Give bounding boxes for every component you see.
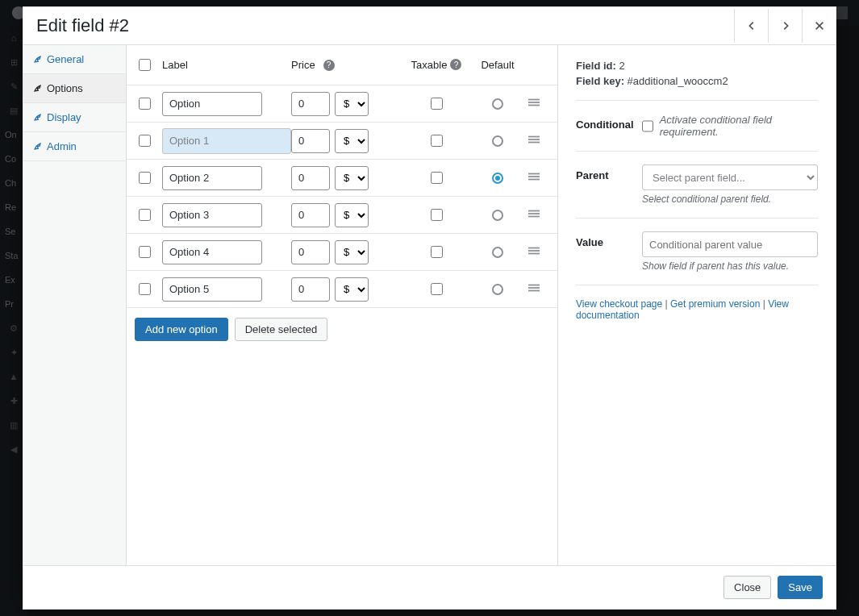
svg-rect-4 [528, 102, 540, 103]
default-radio[interactable] [492, 210, 503, 221]
option-label-input[interactable] [162, 240, 262, 264]
save-button[interactable]: Save [778, 576, 823, 599]
option-label-input[interactable] [162, 277, 262, 302]
help-icon[interactable]: ? [450, 59, 461, 70]
prev-button[interactable] [734, 9, 768, 43]
svg-rect-9 [528, 173, 540, 175]
link-checkout[interactable]: View checkout page [576, 298, 662, 310]
svg-rect-5 [528, 105, 540, 106]
parent-select[interactable]: Select parent field... [642, 164, 818, 190]
options-table-header: Label Price? Taxable? Default [127, 45, 557, 85]
close-button[interactable]: Close [723, 576, 771, 599]
help-icon[interactable]: ? [323, 60, 335, 71]
taxable-checkbox[interactable] [431, 172, 443, 184]
modal-title: Edit field #2 [23, 7, 142, 44]
option-label-input[interactable] [162, 92, 262, 116]
default-radio[interactable] [492, 135, 503, 147]
sidenav-item-general[interactable]: General [23, 45, 126, 74]
value-label: Value [576, 231, 634, 248]
currency-select[interactable]: $ [335, 277, 369, 302]
default-radio[interactable] [492, 98, 503, 110]
svg-rect-12 [528, 210, 540, 212]
svg-rect-10 [528, 176, 540, 177]
option-price-input[interactable] [291, 277, 330, 302]
row-checkbox[interactable] [139, 98, 151, 110]
svg-rect-16 [528, 250, 540, 252]
field-id-row: Field id: 2 [576, 60, 818, 72]
option-price-input[interactable] [291, 129, 330, 153]
svg-rect-18 [528, 285, 540, 286]
footer-links: View checkout page | Get premium version… [576, 298, 818, 321]
field-key-row: Field key: #additional_wooccm2 [576, 75, 818, 87]
link-premium[interactable]: Get premium version [670, 298, 760, 310]
taxable-checkbox[interactable] [431, 98, 443, 110]
drag-handle-icon[interactable] [528, 134, 540, 148]
svg-rect-20 [528, 290, 540, 292]
sidenav-item-admin[interactable]: Admin [23, 132, 126, 161]
currency-select[interactable]: $ [335, 240, 369, 264]
currency-select[interactable]: $ [335, 92, 369, 116]
drag-handle-icon[interactable] [528, 97, 540, 110]
option-price-input[interactable] [291, 92, 330, 116]
row-checkbox[interactable] [139, 209, 151, 221]
taxable-checkbox[interactable] [431, 283, 443, 295]
svg-rect-13 [528, 213, 540, 214]
option-label-input[interactable] [162, 203, 262, 227]
currency-select[interactable]: $ [335, 203, 369, 227]
delete-selected-button[interactable]: Delete selected [235, 318, 328, 341]
taxable-checkbox[interactable] [431, 246, 443, 258]
value-hint: Show field if parent has this value. [642, 260, 818, 272]
row-checkbox[interactable] [139, 172, 151, 184]
parent-hint: Select conditional parent field. [642, 194, 818, 205]
select-all-checkbox[interactable] [139, 59, 151, 71]
currency-select[interactable]: $ [335, 166, 369, 190]
svg-rect-19 [528, 287, 540, 289]
svg-rect-14 [528, 216, 540, 218]
next-button[interactable] [768, 9, 802, 43]
modal-footer: Close Save [23, 565, 836, 609]
option-row: $ [127, 123, 557, 160]
drag-handle-icon[interactable] [528, 208, 540, 222]
option-row: $ [127, 85, 557, 123]
svg-rect-6 [528, 136, 540, 138]
row-checkbox[interactable] [139, 135, 151, 147]
svg-rect-17 [528, 253, 540, 255]
option-price-input[interactable] [291, 166, 330, 190]
option-row: $ [127, 234, 557, 271]
default-radio[interactable] [492, 247, 503, 258]
drag-handle-icon[interactable] [528, 171, 540, 185]
col-header-label: Label [162, 59, 291, 71]
parent-label: Parent [576, 164, 634, 181]
option-label-input[interactable] [162, 166, 262, 190]
default-radio[interactable] [492, 173, 503, 184]
currency-select[interactable]: $ [335, 129, 369, 153]
option-price-input[interactable] [291, 240, 330, 264]
svg-rect-8 [528, 142, 540, 144]
close-icon[interactable] [802, 9, 836, 43]
option-price-input[interactable] [291, 203, 330, 227]
option-row: $ [127, 271, 557, 308]
col-header-price: Price? [291, 59, 404, 71]
sidenav-item-options[interactable]: Options [23, 74, 126, 103]
row-checkbox[interactable] [139, 246, 151, 258]
drag-handle-icon[interactable] [528, 245, 540, 259]
conditional-checkbox[interactable] [642, 120, 653, 132]
modal-header: Edit field #2 [23, 7, 836, 45]
drag-handle-icon[interactable] [528, 282, 540, 296]
sidenav-item-display[interactable]: Display [23, 103, 126, 132]
taxable-checkbox[interactable] [431, 209, 443, 221]
default-radio[interactable] [492, 284, 503, 295]
options-panel: Label Price? Taxable? Default $$$$$$ Add… [127, 45, 558, 565]
value-input[interactable] [642, 231, 818, 257]
col-header-taxable: Taxable? [404, 59, 469, 71]
add-option-button[interactable]: Add new option [135, 318, 228, 341]
option-label-input[interactable] [162, 128, 291, 154]
conditional-label: Conditional [576, 114, 634, 131]
svg-rect-15 [528, 248, 540, 249]
modal-sidenav: GeneralOptionsDisplayAdmin [23, 45, 127, 565]
svg-rect-7 [528, 139, 540, 140]
row-checkbox[interactable] [139, 283, 151, 295]
taxable-checkbox[interactable] [431, 135, 443, 147]
option-row: $ [127, 197, 557, 234]
svg-rect-3 [528, 99, 540, 101]
